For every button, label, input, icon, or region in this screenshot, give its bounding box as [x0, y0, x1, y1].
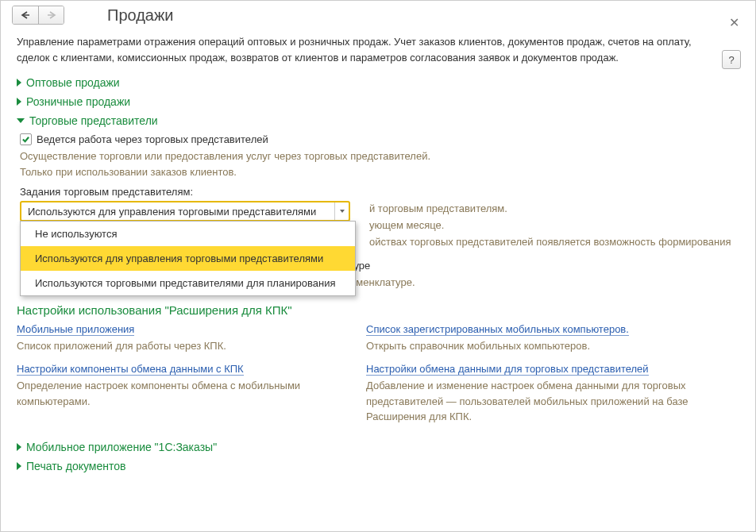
section-print-docs[interactable]: Печать документов: [17, 460, 739, 472]
chevron-right-icon: [17, 98, 21, 106]
hint-text: Осуществление торговли или предоставлени…: [20, 148, 739, 179]
background-hint: й торговым представителям.: [369, 201, 739, 218]
dropdown-list: Не используются Используются для управле…: [20, 221, 356, 296]
section-reps[interactable]: Торговые представители: [17, 114, 739, 127]
help-button[interactable]: ?: [722, 50, 741, 69]
hint-text: Открыть справочник мобильных компьютеров…: [366, 338, 716, 354]
link-mobile-apps[interactable]: Мобильные приложения: [17, 323, 134, 336]
hint-text: Добавление и изменение настроек обмена д…: [366, 378, 716, 425]
forward-button[interactable]: [38, 6, 64, 24]
dropdown-option-plan[interactable]: Используются торговыми представителями д…: [21, 271, 355, 295]
link-exchange-reps[interactable]: Настройки обмена данными для торговых пр…: [366, 363, 649, 376]
background-hint: ующем месяце.: [369, 218, 739, 234]
hint-text: Список приложений для работы через КПК.: [17, 338, 366, 354]
dropdown-option-none[interactable]: Не используются: [21, 222, 355, 246]
section-label: Розничные продажи: [26, 95, 130, 108]
hint-text: Определение настроек компоненты обмена с…: [17, 378, 366, 409]
dropdown-option-manage[interactable]: Используются для управления торговыми пр…: [21, 246, 355, 271]
section-label: Торговые представители: [29, 114, 158, 127]
checkbox-label: Ведется работа через торговых представит…: [37, 133, 268, 145]
chevron-right-icon: [17, 443, 21, 451]
page-title: Продажи: [107, 6, 174, 25]
section-label: Печать документов: [26, 460, 125, 472]
page-description: Управление параметрами отражения операци…: [17, 34, 708, 65]
tasks-dropdown[interactable]: Используются для управления торговыми пр…: [20, 201, 350, 222]
nav-button-group: [12, 6, 64, 25]
section-mobile-app[interactable]: Мобильное приложение "1С:Заказы": [17, 441, 739, 453]
section-label: Мобильное приложение "1С:Заказы": [26, 441, 217, 453]
tasks-label: Задания торговым представителям:: [20, 186, 739, 198]
background-hint: ойствах торговых представителей появляет…: [369, 234, 739, 251]
chevron-right-icon: [17, 79, 21, 87]
link-registered-devices[interactable]: Список зарегистрированных мобильных комп…: [366, 323, 629, 336]
dropdown-value: Используются для управления торговыми пр…: [21, 202, 334, 220]
section-label: Оптовые продажи: [26, 76, 120, 89]
section-retail[interactable]: Розничные продажи: [17, 95, 739, 108]
checkbox-reps-enabled[interactable]: [20, 133, 32, 145]
dropdown-arrow-icon[interactable]: [334, 202, 349, 220]
close-icon[interactable]: ✕: [729, 15, 739, 30]
kpk-title: Настройки использования "Расширения для …: [17, 303, 739, 317]
back-button[interactable]: [13, 6, 38, 24]
section-wholesale[interactable]: Оптовые продажи: [17, 76, 739, 89]
chevron-down-icon: [17, 118, 25, 123]
link-exchange-component[interactable]: Настройки компоненты обмена данными с КП…: [17, 363, 244, 376]
chevron-right-icon: [17, 462, 21, 470]
